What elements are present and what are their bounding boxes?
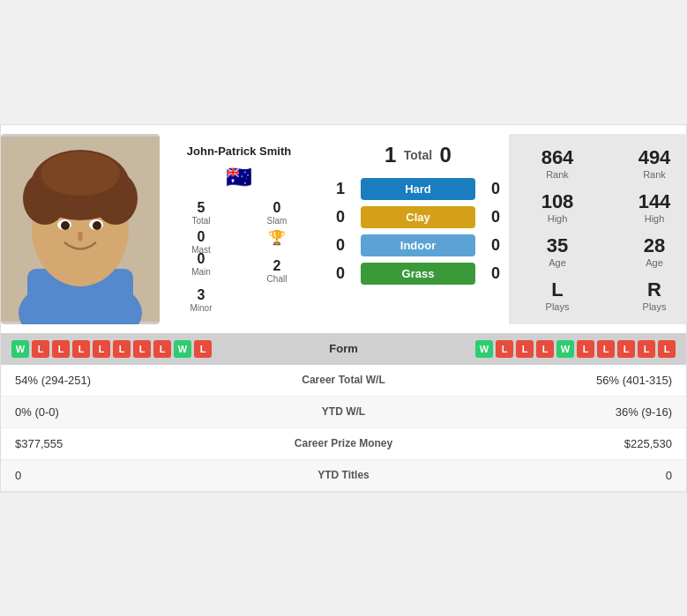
left-center-stats-box: 864 Rank 108 High 35 Age L Plays: [509, 134, 606, 324]
form-badge-right: L: [577, 340, 594, 358]
center-column: 1 Total 0 1 Hard 0 0 Clay 0 0 Indoor: [318, 134, 518, 324]
form-badge-left: L: [72, 340, 90, 358]
stats-table: 54% (294-251) Career Total W/L 56% (401-…: [1, 365, 686, 492]
left-age-stat: 35 Age: [547, 234, 568, 268]
form-badge-left: L: [153, 340, 171, 358]
form-label: Form: [291, 342, 397, 355]
titles-left: 0: [15, 469, 247, 482]
svg-point-11: [61, 221, 70, 230]
clay-score-right: 0: [482, 208, 509, 226]
ytd-wl-row: 0% (0-0) YTD W/L 36% (9-16): [1, 397, 686, 428]
main-container: John-Patrick Smith 🇦🇺 5 Total 0 Slam 0 M…: [0, 124, 687, 493]
right-age-stat: 28 Age: [644, 234, 665, 268]
total-label: Total: [404, 148, 432, 162]
left-trophy: 🏆: [243, 229, 311, 255]
surface-rows: 1 Hard 0 0 Clay 0 0 Indoor 0 0 Grass: [318, 176, 518, 286]
grass-row: 0 Grass 0: [327, 261, 509, 286]
right-rank-stat: 494 Rank: [638, 146, 671, 180]
form-section: WLLLLLLLWL Form WLLLWLLLLL: [1, 333, 686, 365]
form-badges-left: WLLLLLLLWL: [11, 340, 287, 358]
ytd-wl-right: 36% (9-16): [441, 405, 673, 419]
grass-score-left: 0: [327, 264, 354, 283]
form-badge-left: L: [113, 340, 131, 358]
clay-button: Clay: [361, 206, 475, 228]
right-plays-stat: R Plays: [643, 278, 667, 312]
form-badge-right: W: [556, 340, 574, 358]
form-badge-right: L: [496, 340, 513, 358]
prize-label: Career Prize Money: [247, 437, 441, 449]
left-slam: 0 Slam: [243, 200, 311, 226]
left-plays-stat: L Plays: [546, 278, 570, 312]
ytd-wl-left: 0% (0-0): [15, 405, 247, 419]
titles-label: YTD Titles: [247, 469, 441, 481]
clay-score-left: 0: [327, 208, 354, 226]
form-badge-right: L: [516, 340, 534, 358]
grass-score-right: 0: [482, 264, 509, 283]
indoor-score-right: 0: [482, 236, 509, 255]
svg-point-12: [93, 221, 101, 230]
svg-point-8: [41, 152, 120, 196]
clay-row: 0 Clay 0: [327, 204, 509, 230]
form-badge-right: L: [617, 340, 635, 358]
right-high-stat: 144 High: [638, 190, 671, 224]
career-wl-right: 56% (401-315): [441, 374, 673, 387]
titles-row: 0 YTD Titles 0: [1, 460, 686, 492]
form-badge-left: L: [133, 340, 151, 358]
hard-score-right: 0: [482, 180, 509, 198]
left-chall: 2 Chall: [243, 258, 311, 284]
career-wl-left: 54% (294-251): [15, 374, 247, 387]
form-badge-left: W: [174, 340, 191, 358]
total-score-row: 1 Total 0: [360, 134, 476, 176]
left-rank-stat: 864 Rank: [541, 146, 574, 180]
career-wl-label: Career Total W/L: [247, 374, 441, 386]
ytd-wl-label: YTD W/L: [247, 405, 441, 418]
form-badge-left: L: [32, 340, 49, 358]
form-badge-right: L: [658, 340, 676, 358]
indoor-score-left: 0: [327, 236, 354, 255]
form-badge-right: L: [638, 340, 655, 358]
left-player-name: John-Patrick Smith: [187, 145, 291, 158]
left-main: 0 Main: [167, 251, 235, 284]
left-total: 5 Total: [167, 200, 235, 226]
left-player-flag: 🇦🇺: [226, 165, 252, 189]
prize-row: $377,555 Career Prize Money $225,530: [1, 428, 686, 460]
trophy-icon-left: 🏆: [268, 229, 286, 246]
form-badge-right: L: [536, 340, 554, 358]
left-player-info: John-Patrick Smith 🇦🇺 5 Total 0 Slam 0 M…: [160, 134, 318, 324]
indoor-row: 0 Indoor 0: [327, 233, 509, 258]
left-player-photo: [1, 134, 160, 324]
indoor-button: Indoor: [361, 234, 475, 256]
right-center-stats-box: 494 Rank 144 High 28 Age R Plays: [606, 134, 687, 324]
left-minor: 3 Minor: [167, 287, 235, 313]
form-badge-right: W: [475, 340, 493, 358]
total-score-left: 1: [377, 143, 404, 167]
top-section: John-Patrick Smith 🇦🇺 5 Total 0 Slam 0 M…: [1, 125, 686, 333]
hard-row: 1 Hard 0: [327, 176, 509, 202]
form-badge-left: L: [52, 340, 70, 358]
form-badge-left: L: [93, 340, 110, 358]
form-badge-left: L: [194, 340, 212, 358]
left-player-stats-grid: 5 Total 0 Slam 0 Mast 🏆 0 Main: [167, 200, 311, 313]
left-high-stat: 108 High: [541, 190, 574, 224]
hard-score-left: 1: [327, 180, 354, 198]
form-badges-right: WLLLWLLLLL: [400, 340, 676, 358]
prize-left: $377,555: [15, 437, 247, 450]
prize-right: $225,530: [441, 437, 673, 450]
career-wl-row: 54% (294-251) Career Total W/L 56% (401-…: [1, 365, 686, 397]
titles-right: 0: [441, 469, 673, 482]
hard-button: Hard: [361, 178, 475, 200]
total-score-right: 0: [432, 143, 459, 167]
form-badge-left: W: [11, 340, 29, 358]
grass-button: Grass: [361, 263, 475, 285]
form-badge-right: L: [597, 340, 615, 358]
